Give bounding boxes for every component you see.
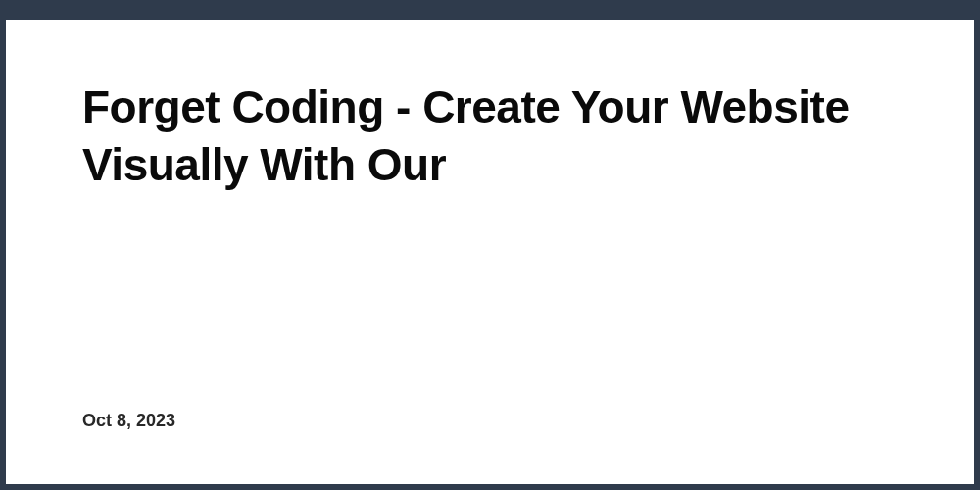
article-date: Oct 8, 2023 [82,411,175,431]
article-title: Forget Coding - Create Your Website Visu… [82,78,898,194]
article-card: Forget Coding - Create Your Website Visu… [6,20,974,484]
